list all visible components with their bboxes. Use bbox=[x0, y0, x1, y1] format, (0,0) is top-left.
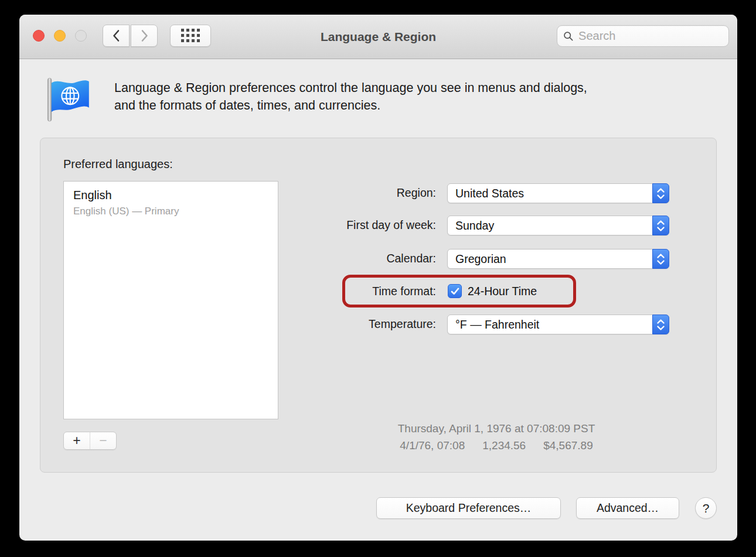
forward-button[interactable] bbox=[131, 25, 158, 47]
close-icon[interactable] bbox=[33, 30, 45, 42]
preferred-languages-label: Preferred languages: bbox=[63, 158, 173, 171]
sample-date-long: Thursday, April 1, 1976 at 07:08:09 PST bbox=[321, 420, 672, 437]
search-icon bbox=[563, 30, 574, 42]
forward-icon bbox=[140, 29, 149, 42]
search-field[interactable] bbox=[557, 25, 729, 47]
help-button[interactable]: ? bbox=[695, 497, 717, 519]
list-edit-buttons: + − bbox=[63, 432, 117, 450]
language-region-window: Language & Region bbox=[19, 15, 737, 541]
advanced-button[interactable]: Advanced… bbox=[576, 497, 679, 519]
region-dropdown[interactable]: United States bbox=[447, 183, 669, 203]
description-line-2: and the formats of dates, times, and cur… bbox=[114, 97, 587, 114]
time-format-label: Time format: bbox=[61, 285, 436, 298]
toolbar: Language & Region bbox=[19, 15, 737, 59]
plus-icon: + bbox=[73, 434, 80, 447]
back-button[interactable] bbox=[103, 25, 130, 47]
temperature-label: Temperature: bbox=[61, 317, 436, 331]
checkmark-icon bbox=[451, 288, 459, 295]
minimize-icon[interactable] bbox=[54, 30, 66, 42]
minus-icon: − bbox=[99, 434, 107, 447]
region-value: United States bbox=[448, 187, 652, 200]
zoom-icon bbox=[75, 30, 87, 42]
add-language-button[interactable]: + bbox=[64, 432, 90, 449]
sample-date-short: 4/1/76, 07:08 bbox=[400, 437, 465, 454]
first-day-value: Sunday bbox=[448, 219, 652, 233]
question-mark-icon: ? bbox=[703, 501, 710, 515]
search-input[interactable] bbox=[578, 29, 723, 43]
keyboard-preferences-button[interactable]: Keyboard Preferences… bbox=[376, 497, 561, 519]
stepper-chevrons-icon bbox=[652, 249, 669, 269]
format-sample: Thursday, April 1, 1976 at 07:08:09 PST … bbox=[321, 420, 672, 454]
remove-language-button[interactable]: − bbox=[90, 432, 116, 449]
sample-currency: $4,567.89 bbox=[543, 437, 593, 454]
stepper-chevrons-icon bbox=[652, 315, 669, 334]
back-icon bbox=[112, 29, 121, 42]
sample-number: 1,234.56 bbox=[482, 437, 526, 454]
description-line-1: Language & Region preferences control th… bbox=[114, 79, 587, 97]
language-region-flag-icon bbox=[44, 77, 91, 124]
stepper-chevrons-icon bbox=[652, 216, 669, 235]
temperature-value: °F — Fahrenheit bbox=[448, 318, 652, 332]
calendar-dropdown[interactable]: Gregorian bbox=[447, 249, 669, 269]
language-detail: English (US) — Primary bbox=[73, 206, 268, 217]
show-all-button[interactable] bbox=[170, 25, 211, 47]
settings-panel: Preferred languages: English English (US… bbox=[40, 138, 717, 473]
preferred-languages-list[interactable]: English English (US) — Primary bbox=[63, 181, 278, 419]
calendar-label: Calendar: bbox=[61, 252, 436, 265]
stepper-chevrons-icon bbox=[652, 183, 669, 203]
24-hour-time-label[interactable]: 24-Hour Time bbox=[468, 284, 537, 298]
region-label: Region: bbox=[61, 186, 436, 200]
show-all-grid-icon bbox=[181, 29, 200, 43]
calendar-value: Gregorian bbox=[448, 252, 652, 266]
pane-description: Language & Region preferences control th… bbox=[114, 79, 587, 114]
24-hour-time-checkbox[interactable] bbox=[448, 284, 462, 298]
temperature-dropdown[interactable]: °F — Fahrenheit bbox=[447, 315, 669, 334]
first-day-label: First day of week: bbox=[61, 218, 436, 232]
first-day-dropdown[interactable]: Sunday bbox=[447, 216, 669, 235]
